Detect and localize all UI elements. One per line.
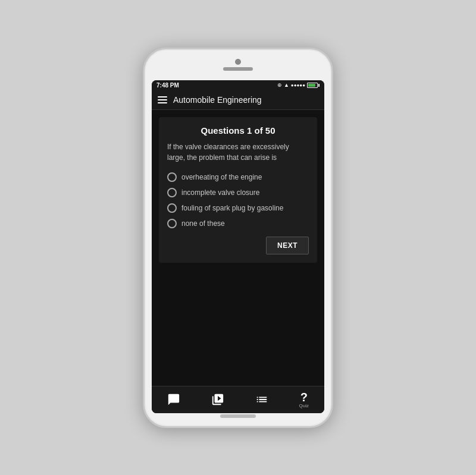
battery-icon [307,83,320,88]
radio-option-3[interactable] [167,203,177,213]
option-label-4: none of these [181,219,225,228]
option-label-1: overheating of the engine [181,173,262,181]
chat-icon [167,393,180,406]
radio-option-2[interactable] [167,188,177,197]
option-label-2: incomplete valve closure [181,188,259,197]
question-text: If the valve clearances are excessively … [167,141,309,163]
speaker [223,67,253,71]
quiz-question-icon: ? [300,391,308,403]
alarm-icon: ⊕ [277,82,282,88]
options-list: overheating of the engine incomplete val… [167,172,309,228]
hamburger-menu-icon[interactable] [158,96,167,103]
next-button[interactable]: NEXT [266,237,309,254]
phone-frame: 7:48 PM ⊕ ▲ ●●●●● Automobile Engine [143,48,333,428]
app-toolbar: Automobile Engineering [152,90,324,110]
signal-dots: ●●●●● [291,83,305,88]
question-counter: Questions 1 of 50 [167,125,309,136]
toolbar-title: Automobile Engineering [173,95,262,105]
nav-list[interactable] [255,393,268,406]
question-card: Questions 1 of 50 If the valve clearance… [159,117,317,263]
home-button[interactable] [220,414,256,418]
nav-chat[interactable] [167,393,180,406]
option-item-2[interactable]: incomplete valve closure [167,188,309,197]
list-icon [255,393,268,406]
nav-quiz[interactable]: ? Quiz [299,391,309,408]
nav-video[interactable] [211,393,224,406]
quiz-label: Quiz [299,403,309,408]
radio-option-4[interactable] [167,219,177,228]
option-label-3: fouling of spark plug by gasoline [181,204,283,212]
status-bar: 7:48 PM ⊕ ▲ ●●●●● [152,80,324,90]
bottom-nav: ? Quiz [152,386,324,413]
next-btn-row: NEXT [167,237,309,254]
camera [235,59,241,65]
option-item-3[interactable]: fouling of spark plug by gasoline [167,203,309,213]
phone-top-bar [145,54,331,71]
option-item-1[interactable]: overheating of the engine [167,172,309,182]
status-time: 7:48 PM [156,82,179,89]
wifi-icon: ▲ [284,82,289,88]
video-icon [211,393,224,406]
status-icons: ⊕ ▲ ●●●●● [277,82,320,88]
option-item-4[interactable]: none of these [167,219,309,228]
phone-screen: 7:48 PM ⊕ ▲ ●●●●● Automobile Engine [152,80,324,413]
main-content: Questions 1 of 50 If the valve clearance… [152,110,324,386]
radio-option-1[interactable] [167,172,177,182]
